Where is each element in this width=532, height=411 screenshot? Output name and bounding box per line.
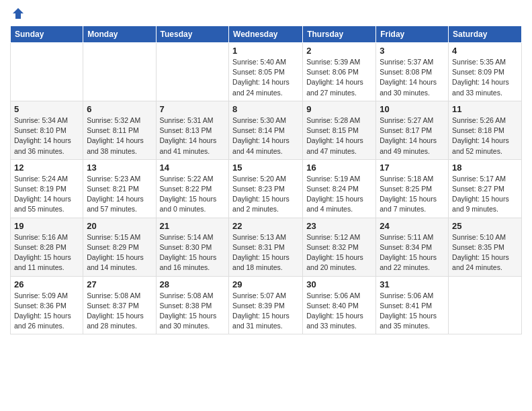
day-number: 19 [14,221,79,231]
day-info: Sunrise: 5:34 AMSunset: 8:10 PMDaylight:… [14,116,79,156]
svg-marker-0 [13,8,24,19]
day-info: Sunrise: 5:37 AMSunset: 8:08 PMDaylight:… [380,57,445,98]
day-info: Sunrise: 5:24 AMSunset: 8:19 PMDaylight:… [14,174,79,215]
day-info: Sunrise: 5:11 AMSunset: 8:34 PMDaylight:… [380,232,445,273]
calendar-cell-1-2: 7Sunrise: 5:31 AMSunset: 8:13 PMDaylight… [156,101,229,159]
day-info: Sunrise: 5:19 AMSunset: 8:24 PMDaylight:… [306,174,372,215]
day-info: Sunrise: 5:40 AMSunset: 8:05 PMDaylight:… [232,57,299,98]
day-info: Sunrise: 5:12 AMSunset: 8:32 PMDaylight:… [306,232,372,273]
day-info: Sunrise: 5:26 AMSunset: 8:18 PMDaylight:… [452,116,518,156]
day-number: 22 [232,221,299,231]
calendar-cell-4-2: 28Sunrise: 5:08 AMSunset: 8:38 PMDayligh… [156,276,229,334]
day-info: Sunrise: 5:35 AMSunset: 8:09 PMDaylight:… [452,57,518,98]
day-number: 13 [87,163,152,173]
day-number: 21 [160,221,226,231]
page: Sunday Monday Tuesday Wednesday Thursday… [0,0,532,341]
calendar-cell-3-0: 19Sunrise: 5:16 AMSunset: 8:28 PMDayligh… [11,218,83,276]
day-number: 16 [306,163,372,173]
week-row-2: 12Sunrise: 5:24 AMSunset: 8:19 PMDayligh… [11,159,522,218]
calendar-cell-2-0: 12Sunrise: 5:24 AMSunset: 8:19 PMDayligh… [11,159,83,218]
day-info: Sunrise: 5:08 AMSunset: 8:38 PMDaylight:… [160,291,226,332]
day-number: 18 [452,163,518,173]
day-number: 3 [380,46,445,56]
day-info: Sunrise: 5:08 AMSunset: 8:37 PMDaylight:… [87,291,152,332]
weekday-header-row: Sunday Monday Tuesday Wednesday Thursday… [11,26,522,43]
calendar-cell-2-2: 14Sunrise: 5:22 AMSunset: 8:22 PMDayligh… [156,159,229,218]
calendar-cell-0-3: 1Sunrise: 5:40 AMSunset: 8:05 PMDaylight… [229,43,303,101]
day-info: Sunrise: 5:28 AMSunset: 8:15 PMDaylight:… [306,116,372,156]
day-number: 8 [232,104,299,114]
day-info: Sunrise: 5:31 AMSunset: 8:13 PMDaylight:… [160,116,226,156]
calendar-cell-1-1: 6Sunrise: 5:32 AMSunset: 8:11 PMDaylight… [83,101,156,159]
calendar-cell-0-2 [156,43,229,101]
calendar-cell-1-4: 9Sunrise: 5:28 AMSunset: 8:15 PMDaylight… [303,101,376,159]
day-number: 4 [452,46,518,56]
day-info: Sunrise: 5:39 AMSunset: 8:06 PMDaylight:… [306,57,372,98]
calendar-cell-3-5: 24Sunrise: 5:11 AMSunset: 8:34 PMDayligh… [376,218,449,276]
day-info: Sunrise: 5:17 AMSunset: 8:27 PMDaylight:… [452,174,518,215]
calendar-cell-1-6: 11Sunrise: 5:26 AMSunset: 8:18 PMDayligh… [449,101,522,159]
day-info: Sunrise: 5:32 AMSunset: 8:11 PMDaylight:… [87,116,152,156]
day-info: Sunrise: 5:30 AMSunset: 8:14 PMDaylight:… [232,116,299,156]
calendar-cell-3-6: 25Sunrise: 5:10 AMSunset: 8:35 PMDayligh… [449,218,522,276]
day-info: Sunrise: 5:13 AMSunset: 8:31 PMDaylight:… [232,232,299,273]
day-number: 17 [380,163,445,173]
calendar-cell-0-5: 3Sunrise: 5:37 AMSunset: 8:08 PMDaylight… [376,43,449,101]
day-number: 23 [306,221,372,231]
day-number: 2 [306,46,372,56]
week-row-1: 5Sunrise: 5:34 AMSunset: 8:10 PMDaylight… [11,101,522,159]
day-info: Sunrise: 5:15 AMSunset: 8:29 PMDaylight:… [87,232,152,273]
calendar-cell-3-3: 22Sunrise: 5:13 AMSunset: 8:31 PMDayligh… [229,218,303,276]
day-number: 10 [380,104,445,114]
calendar-cell-4-6 [449,276,522,334]
header-saturday: Saturday [449,26,522,43]
header-monday: Monday [83,26,156,43]
header-wednesday: Wednesday [229,26,303,43]
calendar-cell-3-1: 20Sunrise: 5:15 AMSunset: 8:29 PMDayligh… [83,218,156,276]
day-info: Sunrise: 5:27 AMSunset: 8:17 PMDaylight:… [380,116,445,156]
day-number: 6 [87,104,152,114]
calendar-cell-2-3: 15Sunrise: 5:20 AMSunset: 8:23 PMDayligh… [229,159,303,218]
week-row-0: 1Sunrise: 5:40 AMSunset: 8:05 PMDaylight… [11,43,522,101]
calendar-cell-4-1: 27Sunrise: 5:08 AMSunset: 8:37 PMDayligh… [83,276,156,334]
calendar-cell-4-4: 30Sunrise: 5:06 AMSunset: 8:40 PMDayligh… [303,276,376,334]
day-number: 20 [87,221,152,231]
day-info: Sunrise: 5:20 AMSunset: 8:23 PMDaylight:… [232,174,299,215]
calendar-cell-0-1 [83,43,156,101]
day-number: 30 [306,279,372,289]
day-number: 9 [306,104,372,114]
day-number: 5 [14,104,79,114]
calendar-cell-2-5: 17Sunrise: 5:18 AMSunset: 8:25 PMDayligh… [376,159,449,218]
day-number: 14 [160,163,226,173]
week-row-4: 26Sunrise: 5:09 AMSunset: 8:36 PMDayligh… [11,276,522,334]
calendar-cell-1-0: 5Sunrise: 5:34 AMSunset: 8:10 PMDaylight… [11,101,83,159]
calendar-cell-3-2: 21Sunrise: 5:14 AMSunset: 8:30 PMDayligh… [156,218,229,276]
day-info: Sunrise: 5:22 AMSunset: 8:22 PMDaylight:… [160,174,226,215]
calendar-cell-4-5: 31Sunrise: 5:06 AMSunset: 8:41 PMDayligh… [376,276,449,334]
day-number: 29 [232,279,299,289]
day-info: Sunrise: 5:09 AMSunset: 8:36 PMDaylight:… [14,291,79,332]
day-number: 12 [14,163,79,173]
day-number: 7 [160,104,226,114]
calendar-cell-3-4: 23Sunrise: 5:12 AMSunset: 8:32 PMDayligh… [303,218,376,276]
calendar-cell-4-0: 26Sunrise: 5:09 AMSunset: 8:36 PMDayligh… [11,276,83,334]
day-number: 11 [452,104,518,114]
day-number: 28 [160,279,226,289]
day-info: Sunrise: 5:07 AMSunset: 8:39 PMDaylight:… [232,291,299,332]
header [10,7,522,20]
day-info: Sunrise: 5:10 AMSunset: 8:35 PMDaylight:… [452,232,518,273]
calendar-cell-2-6: 18Sunrise: 5:17 AMSunset: 8:27 PMDayligh… [449,159,522,218]
calendar-cell-1-3: 8Sunrise: 5:30 AMSunset: 8:14 PMDaylight… [229,101,303,159]
header-thursday: Thursday [303,26,376,43]
week-row-3: 19Sunrise: 5:16 AMSunset: 8:28 PMDayligh… [11,218,522,276]
calendar-cell-0-6: 4Sunrise: 5:35 AMSunset: 8:09 PMDaylight… [449,43,522,101]
day-number: 27 [87,279,152,289]
calendar-cell-1-5: 10Sunrise: 5:27 AMSunset: 8:17 PMDayligh… [376,101,449,159]
calendar-cell-0-0 [11,43,83,101]
day-info: Sunrise: 5:06 AMSunset: 8:40 PMDaylight:… [306,291,372,332]
day-info: Sunrise: 5:06 AMSunset: 8:41 PMDaylight:… [380,291,445,332]
logo [10,7,25,20]
day-info: Sunrise: 5:18 AMSunset: 8:25 PMDaylight:… [380,174,445,215]
calendar-cell-2-4: 16Sunrise: 5:19 AMSunset: 8:24 PMDayligh… [303,159,376,218]
day-number: 31 [380,279,445,289]
